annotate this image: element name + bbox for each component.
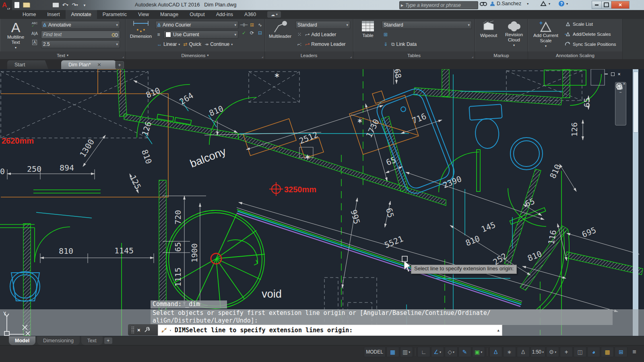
workspace-button[interactable]: ⚙▾ [546, 347, 559, 357]
quick-dim-button[interactable]: ⇄Quick [182, 40, 203, 48]
new-layout-button[interactable]: + [104, 337, 112, 344]
ortho-button[interactable]: ∟ [417, 347, 430, 357]
tab-a360[interactable]: A360 [239, 10, 262, 19]
dim-reassociate-button[interactable]: ⊟ [256, 29, 264, 37]
isometric-drafting-button[interactable]: ◇▾ [445, 347, 458, 357]
panel-label-leaders[interactable]: Leaders⌟ [265, 51, 353, 59]
vertical-scrollbar[interactable] [633, 69, 638, 336]
text-frame-button[interactable]: A [31, 38, 39, 46]
remove-leader-button[interactable]: ⌐•Remove Leader [303, 40, 347, 48]
layout-tab-text[interactable]: Text [81, 336, 103, 345]
add-current-scale-button[interactable]: + Add Current Scale▾ [530, 20, 561, 49]
new-drawing-tab-button[interactable]: + [115, 61, 124, 69]
dim-style-combo[interactable]: Δ Anno Courier▾ [155, 21, 238, 29]
tab-manage[interactable]: Manage [155, 10, 184, 19]
revision-cloud-button[interactable]: Revision Cloud▾ [502, 20, 526, 48]
sync-scale-positions-button[interactable]: Sync Scale Positions [564, 41, 616, 47]
user-dropdown-icon[interactable]: ▾ [527, 2, 528, 6]
featured-apps-button[interactable]: ☁▾ [267, 11, 281, 18]
tab-view[interactable]: View [132, 10, 155, 19]
find-binoculars-icon[interactable] [111, 32, 118, 37]
mleader-collect-icon[interactable]: ⁙ [295, 31, 303, 39]
zoom-extents-icon[interactable] [615, 82, 623, 90]
object-snap-button[interactable]: ▣▾ [472, 347, 485, 357]
tab-parametric[interactable]: Parametric [97, 10, 132, 19]
tab-output[interactable]: Output [184, 10, 211, 19]
table-button[interactable]: Table [357, 20, 379, 38]
grip-dots-icon[interactable] [131, 326, 134, 333]
text-style-combo[interactable]: Δ Annotative▾ [41, 21, 120, 29]
find-text-input[interactable]: Find text [41, 31, 120, 39]
search-toggle-icon[interactable]: ▶ [401, 4, 403, 7]
hardware-acceleration-button[interactable]: ◕ [587, 347, 600, 357]
panel-label-tables[interactable]: Tables⌟ [353, 51, 475, 59]
minimize-button[interactable] [592, 1, 602, 9]
wipeout-button[interactable]: Wipeout [477, 20, 501, 38]
annotation-visibility-button[interactable]: Δ [489, 347, 502, 357]
linear-dim-button[interactable]: ↔Linear▾ [155, 40, 182, 48]
layout-tab-model[interactable]: Model [9, 336, 35, 345]
dim-layer-combo[interactable]: Use Current▾ [163, 31, 238, 39]
scale-list-button[interactable]: Scale List [564, 21, 593, 27]
text-height-combo[interactable]: 2.5▾ [41, 40, 120, 48]
tab-addins[interactable]: Add-ins [211, 10, 239, 19]
dwg-close-icon[interactable]: × [618, 72, 620, 76]
link-data-button[interactable]: ⧉Link Data [390, 40, 418, 48]
dimension-button[interactable]: Dimension [129, 20, 153, 39]
model-space-button[interactable]: MODEL [364, 347, 386, 357]
panel-launcher-icon[interactable]: ⌟ [350, 54, 352, 58]
open-button[interactable] [22, 1, 31, 9]
panel-label-text[interactable]: Text▾⌟ [0, 51, 125, 59]
file-tab-start[interactable]: Start [7, 60, 48, 69]
object-snap-tracking-button[interactable]: ✎ [458, 347, 471, 357]
qat-customize-button[interactable]: ▾ [80, 1, 89, 9]
panel-launcher-icon[interactable]: ⌟ [122, 54, 124, 58]
graphics-performance-button[interactable]: ▩ [601, 347, 614, 357]
download-from-source-button[interactable]: ⇓ [382, 40, 390, 48]
drawing-area[interactable]: 810 264 810 126 1300 810 250 894 0 125 2… [0, 69, 644, 336]
save-button[interactable] [32, 1, 41, 9]
a360-button[interactable]: ▾ [540, 1, 550, 6]
extract-data-button[interactable]: ⊞ [382, 31, 390, 39]
help-button[interactable]: ? ▾ [559, 1, 568, 6]
floor-plan-drawing[interactable]: 810 264 810 126 1300 810 250 894 0 125 2… [0, 69, 644, 336]
grid-button[interactable]: ▦ [386, 347, 399, 357]
undo-button[interactable]: ↶▾ [61, 1, 70, 9]
panel-launcher-icon[interactable]: ⌟ [472, 54, 473, 58]
multiline-text-button[interactable]: A Multiline Text▾ [2, 20, 29, 50]
isolate-objects-button[interactable]: ◫ [574, 347, 586, 357]
layout-tab-dimensioning[interactable]: Dimensioning [37, 336, 80, 345]
close-button[interactable]: ✕ [611, 1, 630, 9]
continue-dim-button[interactable]: ↠Continue▾ [203, 40, 234, 48]
tab-insert[interactable]: Insert [41, 10, 65, 19]
mleader-style-combo[interactable]: Standard▾ [295, 21, 350, 29]
break-dim-button[interactable]: ⊣⊢ [240, 21, 248, 29]
command-close-icon[interactable]: × [137, 327, 140, 333]
search-button[interactable] [480, 1, 487, 6]
navigation-bar[interactable]: ✕ 2D ▾ − [615, 82, 626, 125]
file-tab-dimplan[interactable]: Dim Plan*✕ [61, 60, 116, 69]
tab-close-icon[interactable]: ✕ [97, 62, 101, 68]
signin-user[interactable]: D.Sanchez ▾ [490, 1, 528, 6]
redo-button[interactable]: ↷▾ [70, 1, 79, 9]
dim-update-button[interactable]: ⟳ [248, 29, 256, 37]
add-delete-scales-button[interactable]: Add/Delete Scales [564, 31, 611, 37]
annotation-scale-button[interactable]: Δ [517, 347, 530, 357]
add-leader-button[interactable]: ⌐•Add Leader [303, 31, 338, 39]
customization-menu-button[interactable]: ≡ [628, 347, 640, 357]
snap-button[interactable]: ▥▾ [400, 347, 413, 357]
polar-tracking-button[interactable]: ∠▾ [431, 347, 444, 357]
spell-check-button[interactable]: ABC✓ [31, 21, 39, 29]
maximize-button[interactable] [601, 1, 611, 9]
table-style-combo[interactable]: Standard▾ [382, 21, 472, 29]
current-scale-button[interactable]: 1:50▾ [530, 347, 545, 357]
autocad-logo-icon[interactable]: ALT [0, 0, 12, 10]
navbar-collapse-icon[interactable]: − [619, 90, 622, 95]
wrench-icon[interactable] [144, 327, 150, 333]
dwg-minimize-icon[interactable] [605, 74, 608, 74]
panel-launcher-icon[interactable]: ⌟ [262, 54, 263, 58]
multileader-button[interactable]: Multileader [267, 20, 293, 39]
panel-label-dimensions[interactable]: Dimensions▾⌟ [126, 51, 264, 59]
history-expand-icon[interactable]: ▲ [497, 328, 500, 332]
new-button[interactable] [12, 1, 21, 9]
